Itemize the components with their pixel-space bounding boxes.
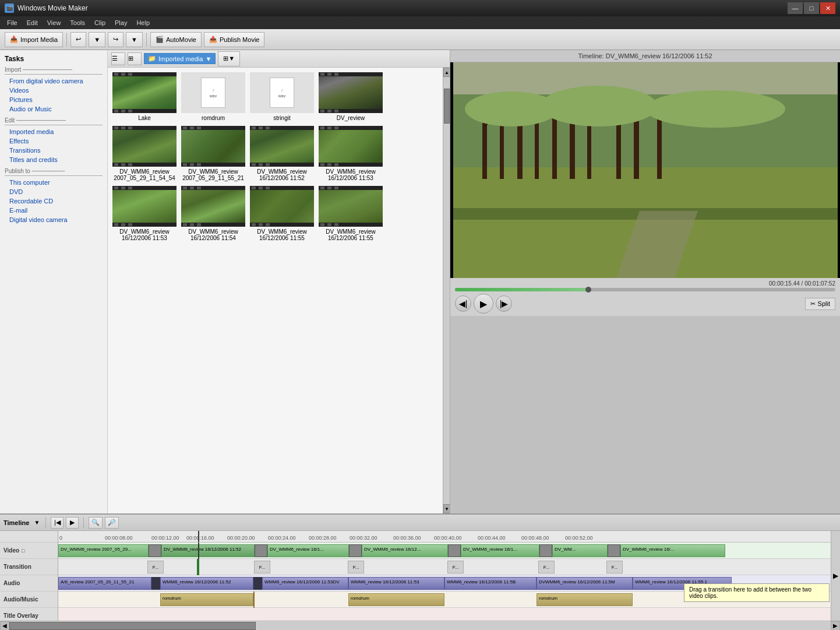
timeline-play-button[interactable]: ▶ <box>66 517 79 529</box>
audio-clip-1[interactable]: A/6_review 2007_05_29_11_55_21 <box>58 577 151 590</box>
preview-forward-button[interactable]: |▶ <box>496 295 512 312</box>
video-clip-thumb-6 <box>608 544 620 557</box>
transition-marker-2[interactable]: F... <box>254 561 270 573</box>
minimize-button[interactable]: — <box>788 2 803 14</box>
media-scrollbar[interactable]: ▲ ▼ <box>443 68 450 513</box>
tasks-link-pictures[interactable]: Pictures <box>5 95 103 104</box>
svg-point-19 <box>541 86 657 126</box>
media-item-lake[interactable]: Lake <box>112 72 177 121</box>
scroll-left-button[interactable]: ◀ <box>0 621 9 631</box>
tasks-link-digital-video[interactable]: From digital video camera <box>5 76 103 86</box>
media-item-stringit[interactable]: ♪ wav stringit <box>250 72 314 121</box>
timeline-zoom-in-button[interactable]: 🔎 <box>105 517 119 529</box>
tasks-link-imported-media[interactable]: Imported media <box>5 127 103 136</box>
view-details-button[interactable]: ☰ <box>111 52 125 65</box>
preview-controls-area: 00:00:15.44 / 00:01:07:52 ◀| ▶ |▶ ✂ Spli… <box>450 278 840 316</box>
media-item-dvwmm6-7[interactable]: DV_WMM6_review 16/12/2006 11:55 <box>250 186 314 241</box>
close-button[interactable]: ✕ <box>820 2 835 14</box>
timeline-zoom-out-button[interactable]: 🔍 <box>89 517 103 529</box>
video-clip-3[interactable]: DV_WMM6_review 16/1... <box>267 544 349 557</box>
timeline-toolbar: Timeline ▼ |◀ ▶ 🔍 🔎 <box>0 515 840 531</box>
tasks-link-audio[interactable]: Audio or Music <box>5 104 103 114</box>
audio-clip-6[interactable]: DVWMM6_review 16/12/2006 11:5M <box>537 577 633 590</box>
timeline-scrollbar[interactable]: ◀ ▶ <box>0 621 840 630</box>
undo-button[interactable]: ↩ <box>70 32 86 47</box>
menu-tools[interactable]: Tools <box>65 18 90 27</box>
imported-media-tab[interactable]: 📁 Imported media ▼ <box>144 53 216 64</box>
video-clip-thumb-1 <box>149 544 161 557</box>
audio-clip-4[interactable]: WMM6_review 16/12/2006 11:53 <box>348 577 444 590</box>
tasks-link-dvd[interactable]: DVD <box>5 187 103 196</box>
redo-arrow-button[interactable]: ▼ <box>126 32 143 47</box>
menu-bar: File Edit View Tools Clip Play Help <box>0 16 840 29</box>
arrange-button[interactable]: ⊞▼ <box>218 51 240 66</box>
media-item-romdrum[interactable]: ♪ wav romdrum <box>181 72 245 121</box>
timeline-scroll-right[interactable]: ▶ <box>831 531 840 621</box>
media-item-dvwmm6-5[interactable]: DV_WMM6_review 16/12/2006 11:53 <box>112 186 177 241</box>
preview-progress-bar[interactable] <box>455 288 835 291</box>
media-thumb-dvwmm6-1 <box>112 126 177 167</box>
menu-edit[interactable]: Edit <box>22 18 43 27</box>
media-item-dvwmm6-6[interactable]: DV_WMM6_review 16/12/2006 11:54 <box>181 186 245 241</box>
transition-marker-6[interactable]: F... <box>606 561 623 573</box>
media-item-dvwmm6-4[interactable]: DV_WMM6_review 16/12/2006 11:53 <box>319 126 383 181</box>
tasks-link-videos[interactable]: Videos <box>5 86 103 95</box>
video-clip-2[interactable]: DV_WMM6_review 16/12/2006 11:52 <box>161 544 255 557</box>
preview-play-button[interactable]: ▶ <box>474 294 493 314</box>
toolbar-separator-2 <box>146 33 147 47</box>
transition-marker-1[interactable]: F... <box>147 561 164 573</box>
tasks-link-this-computer[interactable]: This computer <box>5 178 103 187</box>
media-label-dvwmm6-1: DV_WMM6_review 2007_05_29_11_54_54 <box>112 168 177 181</box>
automovie-icon: 🎬 <box>156 36 164 43</box>
undo-arrow-button[interactable]: ▼ <box>89 32 105 47</box>
audio-clip-3[interactable]: WMM6_review 16/12/2006 11:53DV <box>262 577 348 590</box>
maximize-button[interactable]: □ <box>804 2 819 14</box>
automovie-button[interactable]: 🎬 AutoMovie <box>150 32 202 47</box>
tasks-link-transitions[interactable]: Transitions <box>5 146 103 155</box>
video-clip-1[interactable]: DV_WMM6_review 2007_05_29... <box>58 544 149 557</box>
media-item-dvwmm6-3[interactable]: DV_WMM6_review 16/12/2006 11:52 <box>250 126 314 181</box>
view-thumbnails-button[interactable]: ⊞ <box>128 52 142 65</box>
audio-clip-5[interactable]: WMM6_review 16/12/2006 11:5B <box>444 577 537 590</box>
music-clip-1[interactable]: romdrum <box>160 593 253 606</box>
tasks-link-titles-credits[interactable]: Titles and credits <box>5 155 103 164</box>
menu-file[interactable]: File <box>2 18 22 27</box>
timeline-tracks-container[interactable]: 0 00:00:08.00 00:00:12.00 00:00:16.00 00… <box>58 531 831 621</box>
tasks-link-recordable-cd[interactable]: Recordable CD <box>5 196 103 206</box>
media-item-dvwmm6-2[interactable]: DV_WMM6_review 2007_05_29_11_55_21 <box>181 126 245 181</box>
scrollbar-h-thumb[interactable] <box>9 622 256 630</box>
menu-help[interactable]: Help <box>132 18 154 27</box>
audio-clip-arrow-2 <box>253 577 262 590</box>
preview-back-button[interactable]: ◀| <box>455 295 471 312</box>
music-sep-1 <box>253 592 255 608</box>
menu-clip[interactable]: Clip <box>90 18 110 27</box>
media-item-dv-review[interactable]: DV_review <box>319 72 383 121</box>
transition-marker-3[interactable]: F... <box>348 561 364 573</box>
music-clip-2[interactable]: romdrum <box>348 593 444 606</box>
music-clip-3[interactable]: romdrum <box>537 593 633 606</box>
scroll-right-button[interactable]: ▶ <box>831 621 840 631</box>
transition-marker-4[interactable]: F... <box>447 561 464 573</box>
menu-view[interactable]: View <box>43 18 66 27</box>
video-clip-5[interactable]: DV_WMM6_review 16/1... <box>461 544 539 557</box>
import-media-button[interactable]: 📥 Import Media <box>5 32 63 47</box>
scrollbar-track[interactable] <box>9 622 831 630</box>
publish-movie-button[interactable]: 📤 Publish Movie <box>204 32 264 47</box>
transition-marker-5[interactable]: F... <box>538 561 555 573</box>
menu-play[interactable]: Play <box>110 18 132 27</box>
split-button[interactable]: ✂ Split <box>805 298 835 310</box>
video-clip-4[interactable]: DV_WMM6_review 16/12... <box>362 544 448 557</box>
tasks-link-digital-video-camera[interactable]: Digital video camera <box>5 215 103 224</box>
timeline-prev-button[interactable]: |◀ <box>51 517 63 529</box>
video-track-expand[interactable]: □ <box>22 548 24 554</box>
video-clip-6[interactable]: DV_WM... <box>552 544 608 557</box>
video-clip-7[interactable]: DV_WMM6_review 16/... <box>620 544 725 557</box>
scrollbar-thumb[interactable] <box>444 89 450 124</box>
media-item-dvwmm6-8[interactable]: DV_WMM6_review 16/12/2006 11:55 <box>319 186 383 241</box>
tasks-link-email[interactable]: E-mail <box>5 206 103 215</box>
media-item-dvwmm6-1[interactable]: DV_WMM6_review 2007_05_29_11_54_54 <box>112 126 177 181</box>
audio-clip-2[interactable]: WMM6_review 16/12/2006 11:52 <box>160 577 253 590</box>
tasks-link-effects[interactable]: Effects <box>5 136 103 146</box>
video-clip-thumb-4 <box>448 544 461 557</box>
redo-button[interactable]: ↪ <box>108 32 123 47</box>
